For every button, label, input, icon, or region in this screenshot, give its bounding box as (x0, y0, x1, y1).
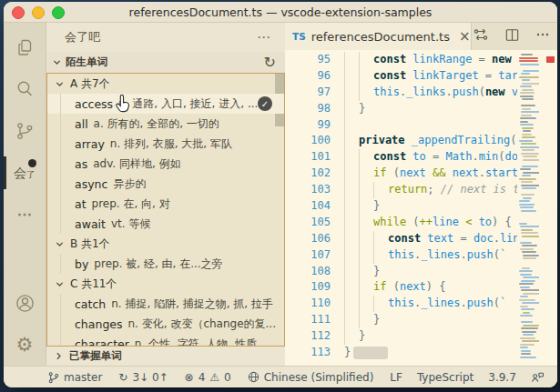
vscode-window: referencesDocument.ts — vscode-extension… (4, 2, 557, 387)
tab-title: referencesDocument.ts (311, 30, 450, 44)
code-line-106[interactable]: 106const text = doc.lin (285, 231, 517, 247)
code-line-107[interactable]: 107this._lines.push(` (285, 247, 517, 264)
overview-ruler[interactable] (539, 50, 557, 366)
code-line-113[interactable]: 113} (285, 345, 517, 361)
line-number: 106 (285, 231, 344, 247)
chevron-down-icon (55, 279, 65, 289)
word-item-await[interactable]: awaitvt. 等候 (47, 214, 284, 234)
word-item-async[interactable]: async异步的 (47, 174, 284, 194)
line-number: 100 (285, 133, 344, 149)
code-line-108[interactable]: 108} (285, 264, 517, 280)
code-line-98[interactable]: 98} (285, 101, 517, 117)
typescript-file-icon: TS (292, 31, 306, 42)
word-group-header[interactable]: B 共1个 (47, 234, 284, 254)
language-status[interactable]: Chinese (Simplified) (248, 371, 374, 384)
account-icon[interactable] (4, 282, 46, 324)
chevron-down-icon (55, 239, 65, 249)
selection-highlight (353, 347, 388, 359)
minimize-window-button[interactable] (32, 6, 45, 19)
warning-icon: ⚠ (209, 372, 219, 383)
traffic-lights (12, 6, 65, 19)
word-item-array[interactable]: arrayn. 排列, 衣服, 大批, 军队 (47, 134, 284, 154)
settings-gear-icon[interactable]: ⚙ (4, 324, 46, 366)
code-line-104[interactable]: 104} (285, 198, 517, 215)
code-line-109[interactable]: 109if (next) { (285, 279, 517, 296)
tab-referencesDocument[interactable]: TS referencesDocument.ts × (285, 23, 472, 50)
section-header-mastered-words[interactable]: 已掌握单词 (46, 347, 285, 366)
activity-bar: 会了 ⚙ (4, 23, 46, 366)
problems-status[interactable]: ⊗ 4 ⚠ 0 (185, 371, 231, 384)
editor-more-actions-icon[interactable] (535, 26, 551, 46)
code-line-112[interactable]: 112} (285, 328, 517, 345)
code-line-100[interactable]: 100private _appendTrailing( (285, 133, 517, 149)
word-group-header[interactable]: A 共7个 (47, 74, 284, 94)
sidebar-title: 会了吧 (65, 29, 100, 45)
editor-group: TS referencesDocument.ts × (285, 23, 557, 366)
line-number: 97 (285, 85, 344, 101)
git-branch-icon (47, 371, 59, 384)
minimap[interactable] (517, 50, 539, 366)
sync-icon: ↻ (118, 372, 127, 383)
source-control-icon[interactable] (4, 110, 46, 152)
title-bar: referencesDocument.ts — vscode-extension… (4, 2, 557, 23)
line-number: 99 (285, 117, 344, 134)
code-line-103[interactable]: 103return; // next is t (285, 182, 517, 198)
chevron-right-icon (54, 351, 64, 361)
code-line-95[interactable]: 95const linkRange = new (285, 52, 517, 68)
line-number: 102 (285, 166, 344, 182)
code-line-101[interactable]: 101const to = Math.min(do (285, 149, 517, 166)
line-number: 104 (285, 198, 344, 215)
code-line-111[interactable]: 111} (285, 312, 517, 328)
line-number: 111 (285, 312, 344, 328)
word-item-catch[interactable]: catchn. 捕捉, 陷阱, 捕捉之物, 抓, 拉手 (47, 294, 284, 314)
word-item-character[interactable]: charactern. 个性, 字符, 人物, 性质, ... (47, 334, 284, 347)
line-number: 103 (285, 182, 344, 198)
word-item-changes[interactable]: changesn. 变化, 改变（change的复... (47, 314, 284, 334)
git-sync-status[interactable]: ↻ 3↓ 0↑ (118, 371, 168, 384)
line-number: 110 (285, 296, 344, 312)
ts-version-indicator[interactable]: 3.9.7 (488, 371, 516, 384)
extension-badge (28, 159, 36, 167)
code-line-110[interactable]: 110this._lines.push(` (285, 296, 517, 312)
word-item-all[interactable]: alla. 所有的, 全部的, 一切的 (47, 114, 284, 134)
word-item-as[interactable]: asadv. 同样地, 例如 (47, 154, 284, 174)
line-number: 96 (285, 68, 344, 85)
code-line-96[interactable]: 96const linkTarget = tar (285, 68, 517, 85)
chevron-down-icon (52, 57, 62, 67)
mark-known-check-icon[interactable]: ✓ (258, 96, 272, 111)
line-number: 108 (285, 264, 344, 280)
split-editor-icon[interactable] (504, 26, 521, 47)
word-item-access[interactable]: accessn. 通路, 入口, 接近, 进入, ...✓ (47, 94, 284, 114)
open-changes-icon[interactable] (472, 25, 490, 47)
eol-indicator[interactable]: LF (390, 371, 402, 384)
word-tree[interactable]: A 共7个accessn. 通路, 入口, 接近, 进入, ...✓alla. … (46, 73, 285, 347)
zoom-window-button[interactable] (52, 6, 65, 19)
line-number: 109 (285, 279, 344, 296)
language-mode-indicator[interactable]: TypeScript (417, 371, 473, 384)
code-line-97[interactable]: 97this._links.push(new v (285, 85, 517, 101)
code-editor[interactable]: 95const linkRange = new 96const linkTarg… (285, 50, 517, 366)
line-number: 98 (285, 101, 344, 117)
huileba-extension-icon[interactable]: 会了 (4, 152, 46, 194)
section-header-unfamiliar-words[interactable]: 陌生单词 ↻ (46, 52, 285, 73)
search-icon[interactable] (4, 68, 46, 110)
more-views-icon[interactable] (4, 194, 46, 236)
feedback-icon[interactable] (531, 371, 545, 384)
line-number: 113 (285, 345, 344, 361)
explorer-icon[interactable] (4, 26, 46, 68)
sidebar-panel: 会了吧 ⋯ 陌生单词 ↻ A 共7个accessn. 通路, 入口, 接近, 进… (46, 23, 285, 366)
status-bar: master ↻ 3↓ 0↑ ⊗ 4 ⚠ 0 Chinese (Simplifi… (4, 366, 557, 387)
code-line-105[interactable]: 105while (++line < to) { (285, 215, 517, 231)
code-line-99[interactable]: 99 (285, 117, 517, 134)
code-line-102[interactable]: 102if (next && next.start (285, 166, 517, 182)
word-item-by[interactable]: byprep. 被, 经, 由, 在...之旁 (47, 254, 284, 274)
close-window-button[interactable] (12, 6, 25, 19)
globe-icon (248, 371, 260, 383)
error-marker (546, 56, 555, 63)
line-number: 101 (285, 149, 344, 166)
line-number: 107 (285, 247, 344, 264)
word-group-header[interactable]: C 共11个 (47, 274, 284, 294)
word-item-at[interactable]: atprep. 在, 向, 对 (47, 194, 284, 214)
chevron-down-icon (55, 79, 65, 89)
git-branch-status[interactable]: master (47, 371, 102, 384)
